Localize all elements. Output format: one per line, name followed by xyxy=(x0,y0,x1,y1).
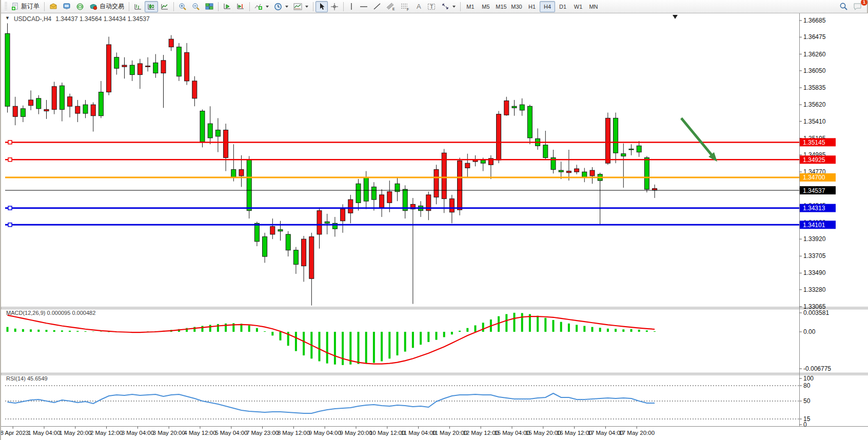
timeframe-button-M5[interactable]: M5 xyxy=(478,1,494,12)
indicators-button[interactable] xyxy=(252,1,271,12)
time-axis-label: 11 May 04:00 xyxy=(401,430,436,436)
candle-down xyxy=(605,118,610,163)
hosting-icon xyxy=(63,3,71,10)
price-tick-label: 1.36260 xyxy=(803,51,826,58)
arrows-tool-icon xyxy=(441,3,449,10)
chart-candles-button[interactable] xyxy=(145,1,158,12)
candle-down xyxy=(575,169,579,172)
text-label-icon: T xyxy=(427,3,436,11)
search-button[interactable] xyxy=(837,1,851,12)
periods-button[interactable] xyxy=(271,1,291,12)
new-order-button[interactable]: 新订单 xyxy=(9,1,42,12)
timeframe-button-D1[interactable]: D1 xyxy=(555,1,570,12)
new-order-icon xyxy=(11,3,19,10)
time-axis-label: 17 May 04:00 xyxy=(588,430,624,436)
text-button[interactable]: A xyxy=(412,1,425,12)
candle-up xyxy=(5,33,10,106)
mailbox-icon xyxy=(49,3,57,10)
price-line-badge-label: 1.34700 xyxy=(803,174,825,181)
candle-down xyxy=(380,195,384,208)
arrows-tool-button[interactable] xyxy=(439,1,458,12)
rsi-panel-splitter[interactable] xyxy=(1,373,868,375)
signals-button[interactable] xyxy=(73,1,87,12)
templates-button[interactable] xyxy=(291,1,311,12)
tile-windows-button[interactable] xyxy=(203,1,216,12)
chart-background xyxy=(1,13,868,440)
candle-up xyxy=(293,250,298,265)
equidistant-channel-button[interactable]: E xyxy=(384,1,398,12)
timeframe-button-M15[interactable]: M15 xyxy=(494,1,509,12)
candle-down xyxy=(458,161,462,210)
time-axis-label: 11 May 20:00 xyxy=(432,430,467,436)
trendline-button[interactable] xyxy=(370,1,384,12)
candle-up xyxy=(356,184,361,203)
candle-down xyxy=(309,237,314,279)
collapse-chart-icon[interactable]: ▼ xyxy=(5,15,10,23)
candle-down xyxy=(387,192,392,203)
auto-trading-label: 自动交易 xyxy=(100,2,124,11)
timeframe-button-W1[interactable]: W1 xyxy=(570,1,586,12)
timeframe-button-H1[interactable]: H1 xyxy=(524,1,540,12)
price-line-badge-label: 1.34925 xyxy=(803,156,825,164)
auto-trading-button[interactable]: 自动交易 xyxy=(87,1,127,12)
candle-down xyxy=(75,106,80,113)
auto-scroll-button[interactable] xyxy=(221,1,234,12)
toolbar-grip[interactable] xyxy=(5,2,7,11)
macd-axis-label: 0.00 xyxy=(803,328,816,335)
macd-panel-splitter[interactable] xyxy=(1,307,868,309)
candle-up xyxy=(527,106,532,138)
candle-up xyxy=(520,105,524,110)
candle-down xyxy=(107,45,111,92)
line-drag-handle[interactable] xyxy=(8,223,12,227)
candle-down xyxy=(590,170,595,176)
chart-line-button[interactable] xyxy=(158,1,171,12)
timeframe-button-H4[interactable]: H4 xyxy=(540,1,555,12)
line-drag-handle[interactable] xyxy=(8,141,12,144)
candle-up xyxy=(200,111,205,142)
timeframe-button-MN[interactable]: MN xyxy=(586,1,601,12)
crosshair-button[interactable] xyxy=(328,1,341,12)
macd-indicator-label: MACD(12,26,9) 0.000095 0.000482 xyxy=(6,310,95,316)
cursor-button[interactable] xyxy=(315,1,328,12)
toolbar: 新订单 自动交易 E F A T xyxy=(1,0,867,13)
chart-bars-button[interactable] xyxy=(131,1,145,12)
zoom-in-button[interactable] xyxy=(176,1,189,12)
candle-up xyxy=(98,92,103,116)
line-drag-handle[interactable] xyxy=(8,206,12,210)
virtual-hosting-button[interactable] xyxy=(60,1,73,12)
zoom-out-icon xyxy=(192,3,200,11)
candle-up xyxy=(637,146,641,152)
notification-badge[interactable]: 1 xyxy=(861,0,867,6)
candle-down xyxy=(68,97,72,106)
line-drag-handle[interactable] xyxy=(8,158,12,162)
chart-canvas[interactable]: 1.366851.364751.362601.360501.358351.356… xyxy=(1,0,868,440)
chart-title-ohlc: 1.34437 1.34564 1.34434 1.34537 xyxy=(55,15,150,23)
timeframe-button-M1[interactable]: M1 xyxy=(463,1,478,12)
price-tick-label: 1.35410 xyxy=(803,118,826,125)
indicators-icon xyxy=(254,3,263,10)
candle-down xyxy=(161,61,166,73)
candle-up xyxy=(286,234,290,250)
cursor-icon xyxy=(318,3,325,10)
mailbox-button[interactable] xyxy=(47,1,60,12)
indicators-caret-icon xyxy=(266,6,269,8)
fibonacci-button[interactable]: F xyxy=(398,1,412,12)
candle-up xyxy=(60,86,64,109)
chart-shift-button[interactable] xyxy=(234,1,247,12)
time-axis-label: 1 May 04:00 xyxy=(28,430,60,436)
search-icon xyxy=(839,2,848,11)
candle-down xyxy=(91,105,95,116)
candle-up xyxy=(543,145,548,158)
candle-down xyxy=(270,227,275,234)
zoom-out-button[interactable] xyxy=(189,1,203,12)
text-label-button[interactable]: T xyxy=(425,1,439,12)
bars-chart-icon xyxy=(134,3,142,10)
horizontal-line-button[interactable] xyxy=(357,1,370,12)
vertical-line-icon xyxy=(348,3,354,10)
price-tick-label: 1.33705 xyxy=(803,252,826,259)
candle-down xyxy=(317,211,322,234)
timeframe-button-M30[interactable]: M30 xyxy=(509,1,524,12)
vertical-line-button[interactable] xyxy=(346,1,357,12)
time-axis-label: 10 May 12:00 xyxy=(369,430,405,436)
time-axis-label: 3 May 20:00 xyxy=(153,430,185,436)
